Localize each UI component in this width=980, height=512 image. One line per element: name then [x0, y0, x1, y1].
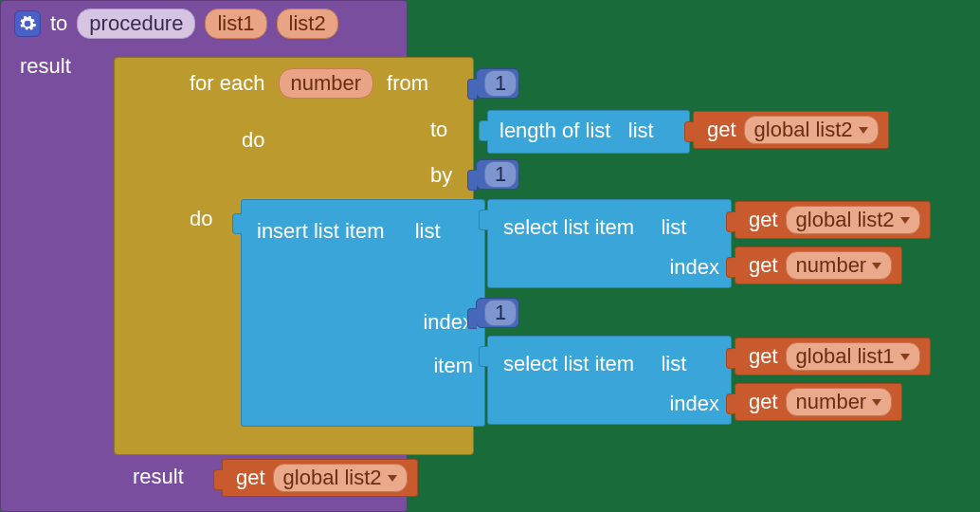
loop-var-name[interactable]: number [279, 68, 374, 99]
var-name: global list2 [283, 466, 382, 490]
var-name: global list2 [754, 118, 853, 142]
select2-label: select list item [503, 352, 634, 376]
from-label: from [387, 71, 428, 96]
chevron-down-icon [900, 354, 910, 360]
get-label: get [749, 208, 778, 232]
foreach-result-label: result [133, 465, 184, 489]
insert-list-item-block[interactable]: insert list item list index item [241, 199, 485, 427]
for-each-header: for each number from [190, 68, 428, 99]
to-label: to [430, 118, 447, 142]
var-dropdown[interactable]: global list1 [786, 342, 920, 371]
get-number-b[interactable]: get number [735, 383, 902, 421]
by-label: by [430, 163, 452, 188]
select2-list-socket: list [661, 352, 686, 376]
do-label-outer: do [242, 128, 264, 153]
var-dropdown[interactable]: number [786, 388, 893, 416]
gear-icon-svg [18, 14, 37, 33]
select-list-item-block-1[interactable]: select list item list index [487, 199, 732, 288]
chevron-down-icon [859, 127, 868, 134]
by-value[interactable]: 1 [484, 161, 517, 188]
insert-label: insert list item [257, 219, 384, 244]
from-value[interactable]: 1 [484, 70, 517, 97]
param-list2[interactable]: list2 [277, 9, 338, 39]
gear-icon[interactable] [14, 10, 41, 37]
length-of-list-socket-label: list [628, 119, 654, 142]
var-name: number [796, 253, 867, 278]
get-global-list2-b[interactable]: get global list2 [735, 201, 931, 239]
get-label: get [707, 118, 736, 142]
select1-index-label: index [669, 255, 719, 280]
for-each-prefix: for each [190, 71, 265, 96]
get-label: get [749, 344, 778, 369]
chevron-down-icon [388, 475, 397, 482]
length-of-list-label: length of list [499, 119, 610, 142]
get-global-list1[interactable]: get global list1 [735, 338, 931, 375]
select2-index-label: index [669, 392, 719, 416]
chevron-down-icon [872, 399, 881, 406]
insert-index-label: index [423, 310, 473, 335]
var-dropdown[interactable]: global list2 [744, 116, 879, 144]
insert-item-label: item [433, 354, 473, 378]
param-list1[interactable]: list1 [205, 9, 266, 39]
insert-index-value-block[interactable]: 1 [476, 298, 519, 328]
chevron-down-icon [900, 217, 910, 224]
get-number-a[interactable]: get number [735, 247, 902, 284]
get-label: get [749, 390, 778, 414]
var-name: global list2 [796, 208, 895, 232]
inner-do-label: do [190, 207, 212, 231]
get-global-list2-result[interactable]: get global list2 [222, 459, 418, 497]
select-list-item-block-2[interactable]: select list item list index [487, 336, 732, 425]
to-label: to [50, 11, 67, 36]
var-dropdown[interactable]: global list2 [273, 464, 408, 492]
insert-list-socket-label: list [415, 219, 441, 244]
result-socket-label: result [20, 54, 71, 79]
from-value-block[interactable]: 1 [476, 68, 519, 99]
select1-label: select list item [503, 215, 634, 240]
procedure-name-field[interactable]: procedure [77, 9, 195, 39]
get-label: get [749, 253, 778, 278]
get-global-list2-a[interactable]: get global list2 [693, 111, 889, 149]
var-name: global list1 [796, 344, 895, 369]
var-dropdown[interactable]: global list2 [786, 206, 920, 234]
chevron-down-icon [872, 263, 881, 269]
insert-index-value[interactable]: 1 [484, 300, 517, 326]
get-label: get [236, 466, 265, 490]
blocks-workspace: to procedure list1 list2 result do for e… [0, 0, 980, 512]
var-dropdown[interactable]: number [786, 251, 893, 280]
select1-list-socket: list [661, 215, 686, 240]
length-of-list-block[interactable]: length of list list [487, 110, 690, 154]
var-name: number [796, 390, 867, 414]
by-value-block[interactable]: 1 [476, 159, 519, 190]
